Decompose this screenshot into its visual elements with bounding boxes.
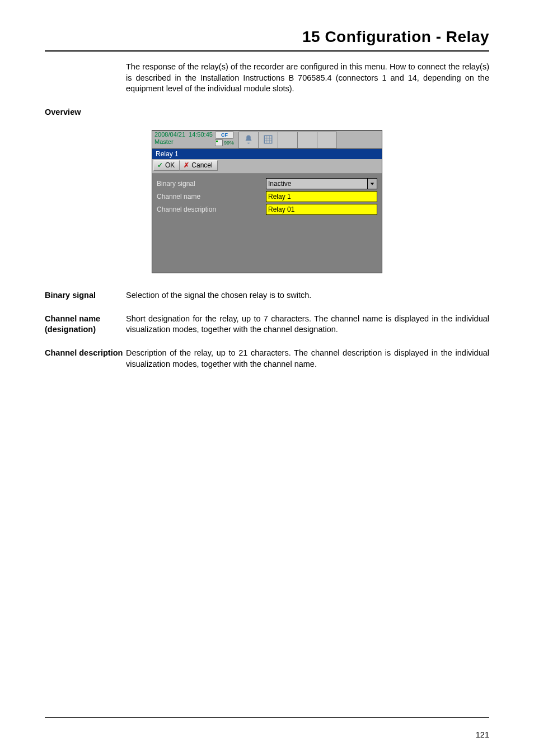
device-tabstrip <box>235 130 382 148</box>
def-channel-name-label: Channel name (designation) <box>45 314 126 335</box>
ok-button-label: OK <box>165 161 175 169</box>
binary-signal-label: Binary signal <box>157 180 266 188</box>
chevron-down-icon <box>370 180 374 188</box>
device-time: 14:50:45 <box>188 130 214 148</box>
overview-label: Overview <box>45 107 126 118</box>
device-date-user: 2008/04/21 Master <box>152 130 188 148</box>
device-date: 2008/04/21 <box>154 131 185 138</box>
channel-description-label: Channel description <box>157 206 266 213</box>
disk-icon <box>215 139 223 146</box>
cancel-button[interactable]: ✗ Cancel <box>180 160 217 171</box>
def-channel-description-text: Description of the relay, up to 21 chara… <box>126 348 489 370</box>
grid-icon <box>263 134 273 146</box>
cancel-button-label: Cancel <box>191 161 212 169</box>
form-row-channel-description: Channel description Relay 01 <box>157 204 377 215</box>
binary-signal-value[interactable]: Inactive <box>266 178 368 189</box>
def-binary-signal-label: Binary signal <box>45 290 126 301</box>
svg-marker-5 <box>371 183 374 185</box>
def-channel-description-label: Channel description <box>45 348 126 359</box>
alarm-tab[interactable] <box>238 132 259 148</box>
channel-description-field[interactable]: Relay 01 <box>266 204 377 215</box>
device-screen: 2008/04/21 Master 14:50:45 CF 99% <box>152 130 382 273</box>
channel-name-label: Channel name <box>157 193 266 200</box>
window-title: Relay 1 <box>152 148 382 159</box>
form-row-channel-name: Channel name Relay 1 <box>157 191 377 202</box>
device-status-stack: CF 99% <box>214 130 235 148</box>
screenshot-container: 2008/04/21 Master 14:50:45 CF 99% <box>45 130 489 273</box>
def-binary-signal-text: Selection of the signal the chosen relay… <box>126 290 489 301</box>
channel-name-field[interactable]: Relay 1 <box>266 191 377 202</box>
grid-tab[interactable] <box>259 132 278 148</box>
footer-rule <box>45 717 489 718</box>
page-number: 121 <box>476 730 489 739</box>
form-row-binary-signal: Binary signal Inactive <box>157 178 377 189</box>
form-body: Binary signal Inactive Channel name Rela… <box>152 174 382 273</box>
intro-paragraph: The response of the relay(s) of the reco… <box>126 62 489 95</box>
storage-percent-value: 99% <box>224 140 234 146</box>
device-topbar: 2008/04/21 Master 14:50:45 CF 99% <box>152 130 382 148</box>
button-bar: ✓ OK ✗ Cancel <box>152 159 382 174</box>
x-icon: ✗ <box>184 161 189 169</box>
device-user: Master <box>154 138 185 146</box>
empty-tab-2[interactable] <box>298 132 317 148</box>
check-icon: ✓ <box>157 161 163 169</box>
ok-button[interactable]: ✓ OK <box>153 160 180 171</box>
chapter-title: 15 Configuration - Relay <box>45 28 489 46</box>
cf-card-icon: CF <box>215 131 234 139</box>
bell-icon <box>243 134 254 146</box>
binary-signal-dropdown-button[interactable] <box>368 178 377 189</box>
title-rule <box>45 50 489 52</box>
empty-tab-3[interactable] <box>317 132 337 148</box>
empty-tab-1[interactable] <box>278 132 298 148</box>
storage-percent: 99% <box>215 139 234 146</box>
def-channel-name-text: Short designation for the relay, up to 7… <box>126 314 489 335</box>
svg-rect-0 <box>264 136 272 143</box>
